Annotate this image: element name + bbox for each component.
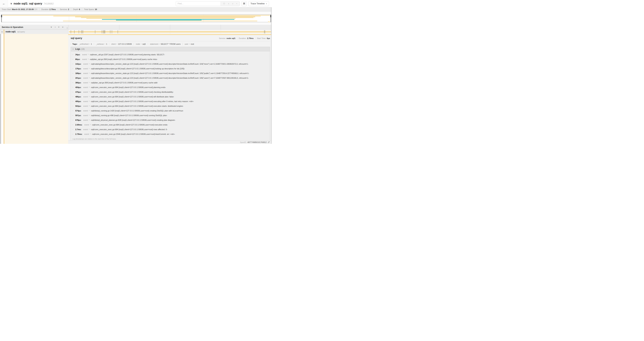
detail-title-row: sql query Service: node sql1 Duration: 2… (71, 37, 270, 40)
logs-section: ∨ Logs (18) › 34μs: event = ‹ sql/exec_u… (71, 47, 270, 141)
span-detail-row: sql query Service: node sql1 Duration: 2… (0, 34, 272, 144)
log-field-name: event (82, 54, 87, 56)
collapse-one-icon[interactable]: ∨ (50, 26, 52, 28)
log-timestamp: 678μs: (75, 119, 81, 121)
minimap-canvas[interactable] (2, 15, 271, 22)
log-chevron-icon[interactable]: › (72, 77, 74, 79)
log-chevron-icon[interactable]: › (72, 91, 74, 93)
log-row[interactable]: › 2.69ms: event = ‹ sql/conn_executor_ex… (72, 122, 269, 127)
log-field-name: event (83, 68, 88, 70)
log-chevron-icon[interactable]: › (72, 105, 74, 107)
log-chevron-icon[interactable]: › (72, 119, 74, 121)
log-quote-close: › (248, 77, 249, 79)
minimap-left-scrubber[interactable] (2, 15, 2, 22)
log-chevron-icon[interactable]: › (72, 129, 74, 130)
trace-title-chevron-icon[interactable]: ∨ (10, 2, 12, 5)
log-row[interactable]: › 459μs: event = ‹ sql/conn_executor_exe… (72, 85, 269, 90)
tree-controls: ∨ › » » (50, 26, 63, 28)
summary-label: Duration (42, 8, 49, 11)
keyboard-shortcuts-button[interactable]: ⌘ (242, 1, 247, 6)
span-row-name-column[interactable]: ∨ node sql1 sql query (0, 30, 68, 34)
logs-header[interactable]: ∨ Logs (18) (71, 47, 270, 51)
log-quote-close: › (167, 128, 168, 131)
ruler-gridline (119, 25, 119, 29)
span-row[interactable]: ∨ node sql1 sql query (0, 30, 272, 34)
tag-value: 1 (91, 43, 92, 45)
log-row[interactable]: › 80μs: event = ‹ sql/plan_opt.go:358 [n… (72, 57, 269, 62)
expand-one-icon[interactable]: › (55, 26, 56, 28)
scrubber-grip[interactable] (1, 15, 2, 17)
log-chevron-icon[interactable]: › (72, 58, 74, 60)
log-row[interactable]: › 34μs: event = ‹ sql/exec_util.go:2297 … (72, 52, 269, 57)
log-row[interactable]: › 366μs: event = ‹ sql/plan_opt.go:358 [… (72, 80, 269, 85)
log-timestamp: 2.69ms: (75, 124, 82, 126)
logs-chevron-icon[interactable]: ∨ (72, 48, 74, 50)
log-row[interactable]: › 678μs: event = ‹ sql/distsql_physical_… (72, 118, 269, 122)
log-quote-close: › (175, 119, 175, 121)
log-chevron-icon[interactable]: › (72, 101, 74, 102)
log-chevron-icon[interactable]: › (72, 63, 74, 65)
log-chevron-icon[interactable]: › (72, 124, 74, 126)
log-field-name: event (83, 128, 88, 131)
back-button[interactable]: ← (0, 0, 8, 7)
span-row-timeline[interactable] (68, 30, 272, 34)
log-chevron-icon[interactable]: › (72, 68, 74, 70)
log-field-name: event (83, 63, 88, 65)
tags-chevron-icon[interactable]: › (71, 43, 71, 45)
span-collapse-chevron-icon[interactable]: ∨ (2, 31, 4, 33)
span-duration-bar[interactable] (69, 31, 271, 33)
log-chevron-icon[interactable]: › (72, 110, 74, 112)
crosshair-icon[interactable] (223, 3, 225, 5)
find-clear-icon[interactable]: × (236, 3, 237, 5)
log-row[interactable]: › 486μs: event = ‹ sql/conn_executor_exe… (72, 94, 269, 99)
log-row[interactable]: › 189μs: event = ‹ sql/catalog/lease/des… (72, 71, 269, 76)
tag-item: _verbose = 1 (94, 43, 107, 45)
log-event-tick (82, 30, 82, 34)
window-right-edge (271, 7, 272, 144)
log-message: sql/catalog/lease/descriptor_version_sta… (91, 77, 248, 79)
tags-row[interactable]: › Tags: _unfinished = 1 _verbose = 1 cli… (71, 43, 270, 46)
minimap-right-scrubber[interactable] (270, 15, 271, 22)
expand-all-icon[interactable]: » (62, 26, 63, 28)
log-event-tick (71, 30, 71, 34)
log-chevron-icon[interactable]: › (72, 133, 74, 135)
log-chevron-icon[interactable]: › (72, 72, 74, 74)
tag-key: user (184, 43, 188, 45)
deep-link-icon[interactable] (268, 141, 270, 143)
log-row[interactable]: › 2.7ms: event = ‹ sql/conn_executor_exe… (72, 127, 269, 132)
log-field-name: event (83, 105, 88, 107)
log-row[interactable]: › 495μs: event = ‹ sql/conn_executor_exe… (72, 99, 269, 104)
log-row[interactable]: › 574μs: event = ‹ sql/distsql_running.g… (72, 108, 269, 113)
find-input[interactable] (176, 2, 220, 6)
span-id-strip: SpanID: 4877749850101760812 (68, 141, 272, 144)
find-prev-icon[interactable]: ∧ (228, 3, 230, 5)
log-chevron-icon[interactable]: › (72, 82, 74, 84)
log-chevron-icon[interactable]: › (72, 115, 74, 116)
find-next-icon[interactable]: ∨ (232, 3, 234, 5)
log-message: sql/exec_util.go:2297 [nsql1,client=127.… (90, 54, 164, 56)
minimap-span-bar (116, 20, 202, 21)
log-row[interactable]: › 2.79ms: event = ‹ sql/conn_executor_ex… (72, 132, 269, 136)
log-equals: = (89, 77, 90, 79)
log-row[interactable]: › 597μs: event = ‹ sql/distsql_running.g… (72, 113, 269, 118)
log-row[interactable]: › 176μs: event = ‹ sql/catalog/descs/des… (72, 66, 269, 71)
view-selector-button[interactable]: Trace Timeline ∨ (248, 1, 269, 6)
tag-key: node (136, 43, 140, 45)
column-resizer-handle[interactable] (67, 27, 68, 29)
log-row[interactable]: › 502μs: event = ‹ sql/conn_executor_exe… (72, 104, 269, 108)
log-message: sql/conn_executor_exec.go:684 [nsql1,cli… (92, 124, 167, 126)
summary-value: 10 (95, 8, 97, 11)
log-chevron-icon[interactable]: › (72, 54, 74, 56)
log-row[interactable]: › 476μs: event = ‹ sql/conn_executor_exe… (72, 90, 269, 94)
log-chevron-icon[interactable]: › (72, 96, 74, 98)
collapse-all-icon[interactable]: » (58, 27, 60, 28)
tag-key: client (111, 43, 116, 45)
log-equals: = (89, 91, 90, 93)
log-event-tick (74, 30, 74, 34)
log-event-tick (79, 30, 79, 34)
log-row[interactable]: › 201μs: event = ‹ sql/catalog/lease/des… (72, 76, 269, 80)
tag-value: root (191, 43, 194, 45)
log-timestamp: 574μs: (75, 110, 81, 112)
log-chevron-icon[interactable]: › (72, 87, 74, 88)
log-row[interactable]: › 142μs: event = ‹ sql/catalog/lease/des… (72, 62, 269, 66)
